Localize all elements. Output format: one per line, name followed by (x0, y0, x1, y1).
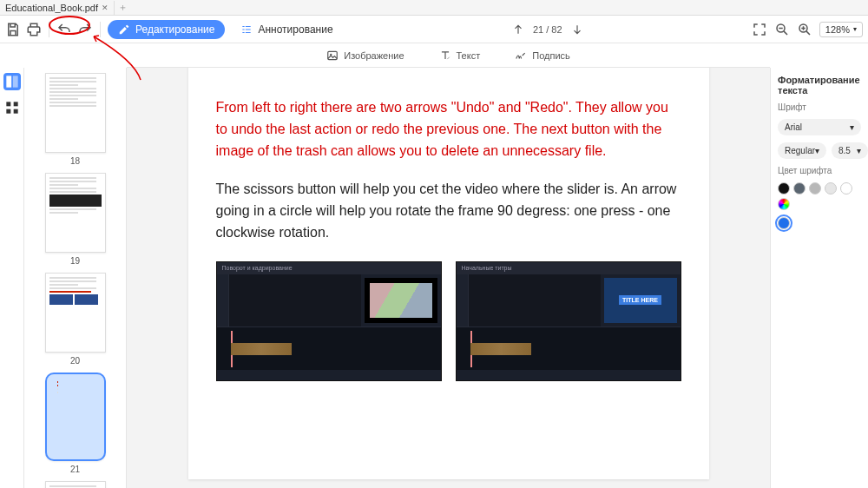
body-paragraph: The scissors button will help you cet th… (216, 179, 681, 243)
document-tab[interactable]: Educational_Book.pdf ✕ (0, 1, 115, 15)
new-tab-button[interactable]: ＋ (115, 1, 130, 14)
svg-rect-4 (6, 76, 11, 87)
thumb-label: 19 (70, 256, 80, 266)
page-thumbnail[interactable] (45, 481, 106, 488)
page-thumbnail[interactable] (45, 73, 106, 153)
main-toolbar: Редактирование Аннотирование 21 / 82 128… (0, 16, 868, 43)
zoom-value: 128% (825, 24, 850, 35)
document-viewport[interactable]: From left to right there are two arrows … (127, 68, 770, 488)
text-icon (439, 49, 451, 62)
thumbnails-toggle[interactable] (3, 73, 21, 90)
next-page-button[interactable] (571, 23, 583, 36)
color-swatch[interactable] (840, 182, 852, 195)
save-button[interactable] (5, 22, 21, 37)
color-swatch[interactable] (809, 182, 821, 195)
zoom-level-dropdown[interactable]: 128% ▾ (819, 22, 863, 37)
insert-signature-label: Подпись (532, 50, 570, 61)
page-navigator: 21 / 82 (512, 23, 583, 36)
selected-color-swatch[interactable] (778, 217, 790, 229)
pdf-page: From left to right there are two arrows … (188, 68, 709, 479)
insert-image-button[interactable]: Изображение (326, 49, 404, 62)
close-tab-icon[interactable]: ✕ (102, 3, 108, 12)
chevron-down-icon: ▾ (815, 146, 819, 155)
thumbnail-panel: 18 19 20 21 (24, 68, 127, 488)
embedded-image: Начальные титры TITLE HERE (456, 261, 681, 381)
annotate-mode-label: Аннотирование (258, 23, 332, 36)
print-button[interactable] (26, 22, 42, 37)
page-thumbnail[interactable] (45, 273, 106, 353)
svg-rect-5 (12, 76, 17, 87)
fullscreen-button[interactable] (752, 22, 767, 37)
page-indicator: 21 / 82 (533, 24, 562, 35)
color-swatch-row (778, 182, 861, 210)
font-section-label: Шрифт (778, 102, 861, 112)
pencil-icon (118, 23, 130, 36)
color-swatch[interactable] (793, 182, 806, 195)
font-weight-dropdown[interactable]: Regular▾ (778, 142, 826, 159)
left-rail (0, 68, 24, 488)
highlighted-paragraph: From left to right there are two arrows … (216, 97, 681, 162)
annotate-mode-button[interactable]: Аннотирование (230, 20, 343, 39)
thumb-label: 20 (70, 356, 80, 366)
font-size-dropdown[interactable]: 8.5▾ (832, 142, 868, 159)
zoom-out-button[interactable] (774, 22, 790, 37)
color-picker-button[interactable] (778, 198, 790, 210)
embedded-images-row: Поворот и кадрирование Начальные титры T… (216, 261, 681, 381)
insert-signature-button[interactable]: Подпись (515, 49, 570, 62)
font-family-dropdown[interactable]: Arial▾ (778, 119, 861, 135)
edit-mode-button[interactable]: Редактирование (108, 20, 225, 39)
chevron-down-icon: ▾ (857, 146, 861, 155)
font-color-label: Цвет шрифта (778, 166, 861, 175)
prev-page-button[interactable] (512, 23, 524, 36)
embedded-image: Поворот и кадрирование (216, 261, 442, 381)
format-panel-title: Форматирование текста (778, 75, 861, 96)
insert-text-button[interactable]: Текст (439, 49, 481, 62)
svg-rect-9 (13, 109, 17, 114)
insert-text-label: Текст (457, 50, 481, 61)
chevron-down-icon: ▾ (853, 25, 857, 33)
page-thumbnail-current[interactable] (45, 373, 106, 461)
color-swatch[interactable] (825, 182, 837, 195)
thumb-label: 21 (70, 465, 80, 474)
tab-bar: Educational_Book.pdf ✕ ＋ (0, 0, 868, 16)
image-icon (326, 49, 339, 62)
annotate-icon (240, 23, 253, 36)
tab-title: Educational_Book.pdf (5, 3, 98, 13)
signature-icon (515, 49, 527, 62)
edit-mode-label: Редактирование (135, 23, 214, 36)
svg-rect-2 (328, 51, 338, 59)
format-panel: Форматирование текста Шрифт Arial▾ Regul… (770, 68, 868, 488)
svg-rect-6 (6, 102, 10, 106)
thumb-label: 18 (70, 156, 80, 166)
svg-rect-8 (6, 109, 10, 114)
color-swatch[interactable] (778, 182, 790, 195)
page-thumbnail[interactable] (45, 173, 106, 253)
insert-image-label: Изображение (344, 50, 404, 61)
undo-button[interactable] (56, 22, 72, 37)
svg-rect-7 (13, 102, 17, 106)
chevron-down-icon: ▾ (850, 122, 854, 132)
grid-view-toggle[interactable] (3, 99, 21, 116)
edit-sub-toolbar: Изображение Текст Подпись (127, 43, 770, 68)
zoom-in-button[interactable] (797, 22, 812, 37)
redo-button[interactable] (77, 22, 93, 37)
